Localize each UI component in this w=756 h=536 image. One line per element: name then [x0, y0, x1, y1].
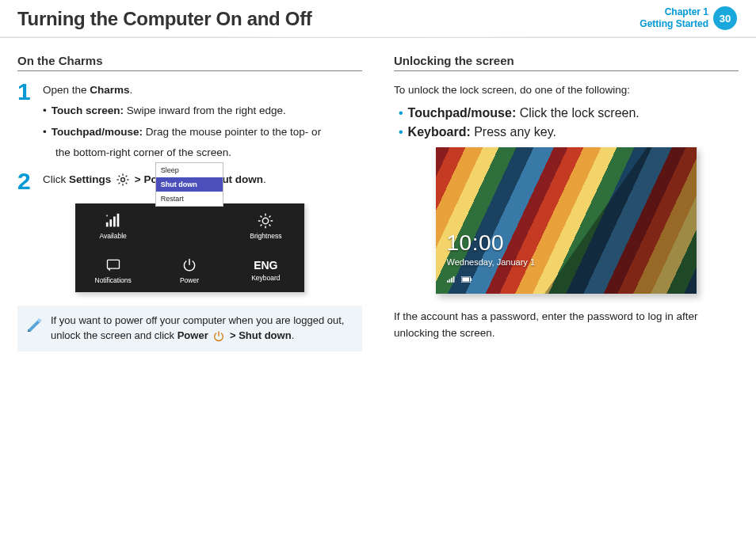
lock-overlay: 10:00 Wednesday, January 1 [447, 230, 536, 286]
power-menu-sleep[interactable]: Sleep [156, 163, 223, 177]
page-header: Turning the Computer On and Off Chapter … [0, 0, 756, 36]
callout-text: If you want to power off your computer w… [51, 314, 353, 344]
svg-rect-15 [470, 279, 472, 282]
page-title: Turning the Computer On and Off [17, 8, 312, 30]
svg-rect-10 [449, 279, 450, 283]
panel-available-label: Available [99, 232, 126, 240]
power-icon [212, 330, 225, 343]
unlock-intro: To unlock the lock screen, do one of the… [394, 82, 739, 98]
svg-rect-14 [462, 278, 469, 282]
svg-rect-2 [109, 219, 112, 226]
bullet-touchpad: • Touchpad/mouse: Drag the mouse pointer… [43, 124, 321, 140]
svg-rect-12 [452, 276, 454, 283]
lock-time: 10:00 [447, 230, 536, 256]
notifications-icon [105, 257, 122, 274]
power-menu-shutdown[interactable]: Shut down [156, 177, 223, 192]
section-title-charms: On the Charms [17, 54, 362, 71]
panel-keyboard-label: Keyboard [251, 274, 280, 282]
wifi-bars-icon: * [105, 212, 122, 230]
note-icon [25, 315, 43, 337]
panel-power-label: Power [180, 276, 199, 284]
lock-screen[interactable]: 10:00 Wednesday, January 1 [436, 147, 697, 295]
page-number-badge: 30 [713, 6, 737, 30]
step-1-bullets: • Touch screen: Swipe inward from the ri… [43, 103, 321, 161]
gear-icon [116, 173, 130, 187]
panel-brightness-label: Brightness [250, 232, 281, 240]
power-menu: Sleep Shut down Restart [155, 162, 223, 207]
panel-brightness[interactable]: Brightness [227, 203, 304, 248]
power-menu-restart[interactable]: Restart [156, 192, 223, 206]
bullet-touchpad-cont: the bottom-right corner of the screen. [43, 145, 321, 161]
svg-rect-7 [107, 260, 119, 268]
svg-point-0 [121, 178, 125, 182]
svg-rect-4 [116, 214, 119, 227]
panel-keyboard[interactable]: ENG Keyboard [227, 248, 304, 292]
svg-rect-1 [105, 222, 108, 227]
bullet-touchpad-mouse: • Touchpad/mouse: Click the lock screen. [399, 106, 739, 120]
svg-rect-3 [113, 216, 116, 226]
power-icon [181, 257, 198, 274]
left-column: On the Charms 1 Open the Charms. • Touch… [17, 54, 367, 352]
panel-available[interactable]: * Available [75, 203, 151, 248]
svg-rect-9 [447, 280, 449, 283]
chapter-block: Chapter 1 Getting Started [640, 6, 708, 30]
step-number-1: 1 [17, 81, 33, 161]
info-callout: If you want to power off your computer w… [17, 306, 362, 352]
settings-panel-figure: * Available Sleep Shut down Restart [17, 203, 362, 293]
panel-notifications-label: Notifications [95, 276, 132, 284]
lock-screen-figure: 10:00 Wednesday, January 1 [394, 147, 739, 295]
signal-icon [447, 272, 456, 286]
right-column: Unlocking the screen To unlock the lock … [389, 54, 739, 352]
panel-eng-text: ENG [254, 259, 277, 272]
panel-power[interactable]: Power [151, 248, 227, 292]
svg-text:*: * [105, 214, 108, 219]
panel-power-menu-anchor: Sleep Shut down Restart [151, 203, 227, 248]
step-number-2: 2 [17, 170, 33, 192]
svg-point-6 [263, 218, 269, 223]
svg-rect-11 [451, 278, 452, 283]
section-title-unlocking: Unlocking the screen [394, 54, 739, 71]
header-meta: Chapter 1 Getting Started 30 [640, 6, 737, 30]
bullet-touchscreen: • Touch screen: Swipe inward from the ri… [43, 103, 321, 119]
panel-notifications[interactable]: Notifications [75, 248, 151, 292]
settings-panel: * Available Sleep Shut down Restart [75, 203, 305, 293]
content-area: On the Charms 1 Open the Charms. • Touch… [0, 38, 756, 352]
step-1-text: Open the Charms. [43, 82, 321, 98]
brightness-icon [257, 212, 274, 230]
lock-status-icons [447, 272, 536, 286]
step-1: 1 Open the Charms. • Touch screen: Swipe… [17, 82, 362, 161]
step-1-body: Open the Charms. • Touch screen: Swipe i… [43, 82, 321, 161]
chapter-line-1: Chapter 1 [640, 6, 708, 18]
chapter-line-2: Getting Started [640, 18, 708, 30]
unlock-after-text: If the account has a password, enter the… [394, 309, 739, 341]
battery-icon [461, 272, 472, 286]
bullet-keyboard: • Keyboard: Press any key. [399, 125, 739, 139]
unlock-bullets: • Touchpad/mouse: Click the lock screen.… [394, 106, 739, 139]
lock-date: Wednesday, January 1 [447, 257, 536, 267]
